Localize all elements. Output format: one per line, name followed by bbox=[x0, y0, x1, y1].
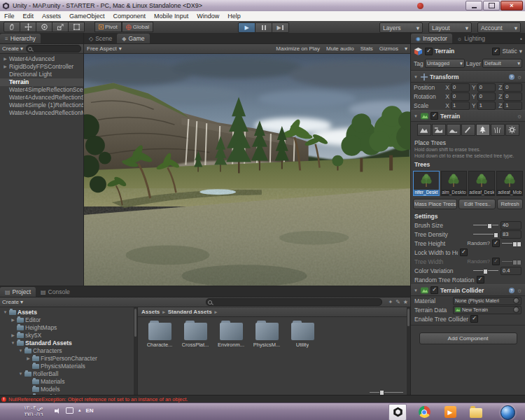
project-tree-item[interactable]: ▶sky5X bbox=[0, 332, 137, 340]
disclosure-icon[interactable]: ▶ bbox=[3, 63, 8, 71]
hierarchy-item[interactable]: Terrain bbox=[0, 78, 83, 86]
color-variation-value[interactable]: 0.4 bbox=[500, 267, 522, 275]
display-icon[interactable] bbox=[66, 407, 74, 414]
foldout-icon[interactable]: ▼ bbox=[414, 75, 419, 79]
game-toolbar-button[interactable]: Stats bbox=[360, 46, 373, 52]
tree-density-slider[interactable] bbox=[473, 234, 498, 234]
tree-prototype-thumbnail[interactable]: adleaf_Desk bbox=[468, 171, 495, 196]
static-checkbox[interactable]: ✓ bbox=[492, 48, 500, 55]
tree-height-random-checkbox[interactable]: ✓ bbox=[492, 239, 500, 247]
raise-lower-terrain-tool[interactable] bbox=[417, 124, 431, 136]
hierarchy-item[interactable]: ▶Water4Advanced bbox=[0, 55, 83, 63]
game-toolbar-button[interactable]: Mute audio bbox=[326, 46, 354, 52]
terrain-settings-tool[interactable] bbox=[505, 124, 519, 136]
help-icon[interactable]: ? bbox=[509, 288, 514, 293]
hand-tool-button[interactable] bbox=[4, 22, 20, 32]
lock-width-checkbox[interactable]: ✓ bbox=[460, 248, 468, 256]
hierarchy-item[interactable]: Directional Light bbox=[0, 71, 83, 78]
folder-item[interactable]: Utility bbox=[288, 323, 317, 348]
disclosure-icon[interactable]: ▶ bbox=[10, 332, 15, 340]
random-rotation-checkbox[interactable]: ✓ bbox=[477, 276, 484, 284]
paint-texture-tool[interactable] bbox=[461, 124, 475, 136]
z-field[interactable]: 0 bbox=[503, 83, 522, 92]
taskbar-unity-icon[interactable] bbox=[388, 404, 407, 420]
pause-button[interactable] bbox=[255, 22, 272, 33]
folder-item[interactable]: Environm... bbox=[216, 323, 246, 348]
hierarchy-create-button[interactable]: Create▾ bbox=[2, 46, 23, 52]
static-dropdown-icon[interactable]: ▾ bbox=[519, 48, 522, 55]
tab-project[interactable]: ▤Project bbox=[0, 287, 36, 297]
title-bar[interactable]: Unity - MAP.unity - STARTER - PC, Mac & … bbox=[0, 0, 525, 12]
object-picker-icon[interactable] bbox=[513, 298, 519, 304]
disclosure-icon[interactable]: ▼ bbox=[18, 370, 23, 378]
project-search-input[interactable] bbox=[206, 298, 382, 306]
hierarchy-item[interactable]: Water4AdvancedReflectionMain bbox=[0, 109, 83, 117]
hierarchy-search-input[interactable] bbox=[26, 45, 81, 52]
menu-item[interactable]: File bbox=[0, 13, 19, 20]
y-field[interactable]: 1 bbox=[477, 102, 496, 110]
add-component-button[interactable]: Add Component bbox=[419, 332, 517, 344]
object-picker-icon[interactable] bbox=[513, 307, 519, 313]
layout-dropdown[interactable]: Layout▾ bbox=[428, 22, 472, 33]
color-variation-slider[interactable] bbox=[473, 270, 498, 271]
account-dropdown[interactable]: Account▾ bbox=[477, 22, 521, 33]
disclosure-icon[interactable]: ▶ bbox=[26, 355, 31, 363]
gear-icon[interactable]: ☼ bbox=[517, 113, 522, 120]
hierarchy-item[interactable]: Water4SimpleReflectionSceneCa bbox=[0, 86, 83, 94]
project-tree-item[interactable]: ▼Assets bbox=[0, 309, 137, 316]
help-icon[interactable]: ? bbox=[509, 74, 514, 80]
game-viewport[interactable] bbox=[84, 54, 410, 286]
material-object-field[interactable]: None (Physic Materi bbox=[453, 297, 522, 305]
brush-size-value[interactable]: 40 bbox=[500, 221, 522, 230]
hierarchy-item[interactable]: ▶RigidBodyFPSController bbox=[0, 63, 83, 71]
tab-scene[interactable]: ◇Scene bbox=[84, 34, 117, 43]
chevron-down-icon[interactable]: ▾ bbox=[405, 46, 407, 52]
project-tree-item[interactable]: ▶Editor bbox=[0, 316, 137, 324]
x-field[interactable]: 0 bbox=[451, 83, 470, 92]
gear-icon[interactable]: ☼ bbox=[517, 74, 522, 80]
lock-icon[interactable]: ▪ bbox=[520, 36, 522, 42]
edit-trees-button[interactable]: Edit Trees.. bbox=[458, 199, 496, 209]
menu-item[interactable]: Edit bbox=[19, 13, 38, 20]
move-tool-button[interactable] bbox=[20, 22, 36, 32]
z-field[interactable]: 1 bbox=[503, 102, 522, 110]
tree-width-range-slider[interactable] bbox=[502, 261, 522, 262]
rect-tool-button[interactable] bbox=[69, 22, 85, 32]
menu-item[interactable]: Component bbox=[109, 13, 150, 20]
global-toggle-button[interactable]: Global bbox=[122, 22, 153, 32]
project-tree-item[interactable]: ▼RollerBall bbox=[0, 370, 137, 378]
x-field[interactable]: 0 bbox=[451, 92, 470, 101]
taskbar-clock[interactable]: ص ١٢:٠٣ ٢٧/١٠/١٦ bbox=[24, 405, 43, 417]
layers-dropdown[interactable]: Layers▾ bbox=[379, 22, 423, 33]
disclosure-icon[interactable]: ▶ bbox=[3, 55, 8, 63]
project-tree-scrollbar[interactable] bbox=[134, 307, 137, 395]
project-tree-item[interactable]: Models bbox=[0, 386, 137, 393]
pivot-toggle-button[interactable]: Pivot bbox=[94, 22, 122, 32]
folder-item[interactable]: PhysicsM... bbox=[252, 323, 281, 348]
tab-inspector[interactable]: ◉Inspector bbox=[411, 34, 452, 43]
game-toolbar-button[interactable]: Maximize on Play bbox=[276, 46, 320, 52]
terrain-collider-header[interactable]: ▼ ✓ Terrain Collider ? ☼ bbox=[411, 284, 525, 296]
project-tree-item[interactable]: ▶FirstPersonCharacter bbox=[0, 355, 137, 363]
transform-component-header[interactable]: ▼ Transform ? ☼ bbox=[411, 71, 525, 83]
terrain-data-object-field[interactable]: New Terrain bbox=[453, 306, 522, 314]
disclosure-icon[interactable]: ▼ bbox=[10, 340, 15, 347]
enable-tree-collider-checkbox[interactable]: ✓ bbox=[470, 315, 478, 323]
thumbnail-size-slider[interactable] bbox=[370, 392, 403, 393]
minimize-button[interactable] bbox=[465, 1, 482, 10]
favorites-icon[interactable]: ★ bbox=[403, 299, 408, 305]
close-button[interactable]: × bbox=[500, 1, 523, 10]
tree-width-random-checkbox[interactable]: ✓ bbox=[492, 258, 500, 265]
search-by-label-icon[interactable]: ✎ bbox=[396, 299, 400, 305]
tray-expand-icon[interactable]: ▴ bbox=[78, 407, 81, 413]
folder-view-scrollbar[interactable] bbox=[407, 307, 410, 395]
breadcrumb-item[interactable]: Assets▸ bbox=[141, 309, 165, 315]
step-button[interactable]: ▶ bbox=[272, 22, 289, 33]
rotate-tool-button[interactable] bbox=[36, 22, 52, 32]
tree-density-value[interactable]: 83 bbox=[500, 230, 522, 239]
place-trees-tool[interactable] bbox=[476, 124, 490, 136]
active-checkbox[interactable]: ✓ bbox=[425, 48, 433, 55]
start-button[interactable] bbox=[500, 405, 515, 420]
y-field[interactable]: 0 bbox=[477, 83, 496, 92]
game-toolbar-button[interactable]: Gizmos bbox=[379, 46, 398, 52]
